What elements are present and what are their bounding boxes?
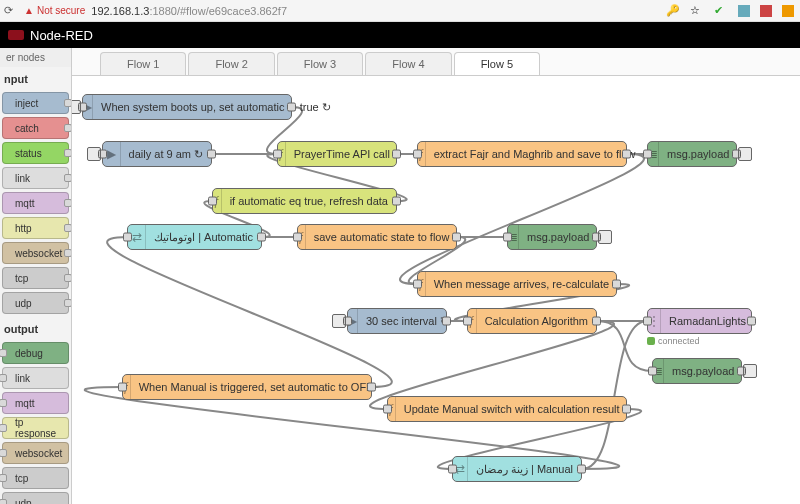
node-label: Calculation Algorithm: [477, 315, 596, 327]
palette-node-inject[interactable]: inject: [2, 92, 69, 114]
port-in[interactable]: [208, 197, 217, 206]
port-out[interactable]: [392, 150, 401, 159]
flow-node-dbg1[interactable]: ≣msg.payload: [647, 141, 737, 167]
node-label: save automatic state to flow: [306, 231, 458, 243]
flow-node-ifauto[interactable]: ƒif automatic eq true, refresh data: [212, 188, 397, 214]
palette-sidebar: er nodes nput injectcatchstatuslinkmqtth…: [0, 48, 72, 504]
flow-node-autosw[interactable]: ⇄اوتوماتيك | Automatic: [127, 224, 262, 250]
palette-node-websocket[interactable]: websocket: [2, 442, 69, 464]
node-label: When system boots up, set automatic to t…: [93, 101, 339, 114]
port-out[interactable]: [747, 317, 756, 326]
port-out[interactable]: [367, 383, 376, 392]
not-secure-label: Not secure: [37, 5, 85, 16]
flow-node-recalc[interactable]: ƒWhen message arrives, re-calculate: [417, 271, 617, 297]
palette-node-link[interactable]: link: [2, 167, 69, 189]
inject-button[interactable]: [332, 314, 346, 328]
port-out[interactable]: [257, 233, 266, 242]
wire[interactable]: [400, 154, 644, 284]
node-label: اوتوماتيك | Automatic: [146, 231, 261, 244]
url-host: 192.168.1.3: [91, 5, 149, 17]
port-in[interactable]: [643, 317, 652, 326]
port-out[interactable]: [577, 465, 586, 474]
flow-node-ramadan[interactable]: ⋮RamadanLights: [647, 308, 752, 334]
port-in[interactable]: [643, 150, 652, 159]
port-in[interactable]: [413, 280, 422, 289]
tab-flow-3[interactable]: Flow 3: [277, 52, 363, 75]
flow-canvas[interactable]: ▶When system boots up, set automatic to …: [72, 76, 800, 504]
port-out[interactable]: [622, 405, 631, 414]
flow-node-savestate[interactable]: ƒsave automatic state to flow: [297, 224, 457, 250]
debug-toggle-button[interactable]: [598, 230, 612, 244]
flow-node-dbg2[interactable]: ≣msg.payload: [507, 224, 597, 250]
port-in[interactable]: [648, 367, 657, 376]
palette-filter[interactable]: er nodes: [0, 48, 71, 67]
tab-flow-1[interactable]: Flow 1: [100, 52, 186, 75]
flow-node-daily[interactable]: ▶daily at 9 am ↻: [102, 141, 212, 167]
port-in[interactable]: [273, 150, 282, 159]
palette-node-status[interactable]: status: [2, 142, 69, 164]
palette-node-catch[interactable]: catch: [2, 117, 69, 139]
reload-icon[interactable]: ⟳: [4, 4, 18, 18]
tab-flow-4[interactable]: Flow 4: [365, 52, 451, 75]
port-in[interactable]: [118, 383, 127, 392]
port-out[interactable]: [612, 280, 621, 289]
debug-toggle-button[interactable]: [743, 364, 757, 378]
port-in[interactable]: [503, 233, 512, 242]
port-in[interactable]: [123, 233, 132, 242]
node-label: RamadanLights: [661, 315, 754, 327]
flow-node-dbg3[interactable]: ≣msg.payload: [652, 358, 742, 384]
palette-node-debug[interactable]: debug: [2, 342, 69, 364]
palette-node-websocket[interactable]: websocket: [2, 242, 69, 264]
palette-node-udp[interactable]: udp: [2, 292, 69, 314]
extension-icon-3[interactable]: [782, 5, 794, 17]
port-in[interactable]: [293, 233, 302, 242]
port-in[interactable]: [413, 150, 422, 159]
not-secure-badge[interactable]: ▲ Not secure: [24, 5, 85, 16]
node-label: msg.payload: [659, 148, 737, 160]
flow-node-manualsw[interactable]: ⇄زينة رمضان | Manual: [452, 456, 582, 482]
key-icon[interactable]: 🔑: [666, 4, 680, 18]
palette-node-link[interactable]: link: [2, 367, 69, 389]
flow-node-extract[interactable]: ƒextract Fajr and Maghrib and save to fl…: [417, 141, 627, 167]
debug-toggle-button[interactable]: [738, 147, 752, 161]
palette-node-udp[interactable]: udp: [2, 492, 69, 504]
node-label: if automatic eq true, refresh data: [222, 195, 396, 207]
inject-button[interactable]: [72, 100, 81, 114]
port-out[interactable]: [392, 197, 401, 206]
port-out[interactable]: [452, 233, 461, 242]
palette-node-tp-response[interactable]: tp response: [2, 417, 69, 439]
tab-flow-2[interactable]: Flow 2: [188, 52, 274, 75]
palette-node-tcp[interactable]: tcp: [2, 467, 69, 489]
star-icon[interactable]: ☆: [690, 4, 704, 18]
inject-button[interactable]: [87, 147, 101, 161]
port-out[interactable]: [622, 150, 631, 159]
port-in[interactable]: [383, 405, 392, 414]
browser-address-bar: ⟳ ▲ Not secure 192.168.1.3:1880/#flow/e6…: [0, 0, 800, 22]
extension-icon-1[interactable]: [738, 5, 750, 17]
palette-node-tcp[interactable]: tcp: [2, 267, 69, 289]
port-in[interactable]: [448, 465, 457, 474]
check-icon[interactable]: ✔: [714, 4, 728, 18]
flow-node-calc[interactable]: ƒCalculation Algorithm: [467, 308, 597, 334]
port-in[interactable]: [463, 317, 472, 326]
wire[interactable]: [597, 321, 652, 371]
flow-node-update[interactable]: ƒUpdate Manual switch with calculation r…: [387, 396, 627, 422]
flow-node-boot[interactable]: ▶When system boots up, set automatic to …: [82, 94, 292, 120]
palette-node-mqtt[interactable]: mqtt: [2, 192, 69, 214]
port-out[interactable]: [592, 317, 601, 326]
port-out[interactable]: [442, 317, 451, 326]
url-path: /#flow/e69cace3.862f7: [177, 5, 287, 17]
wire[interactable]: [582, 321, 647, 469]
extension-icon-2[interactable]: [760, 5, 772, 17]
flow-node-interval[interactable]: ▶30 sec interval ↻: [347, 308, 447, 334]
url-display[interactable]: 192.168.1.3:1880/#flow/e69cace3.862f7: [91, 5, 287, 17]
palette-node-mqtt[interactable]: mqtt: [2, 392, 69, 414]
palette-node-http[interactable]: http: [2, 217, 69, 239]
node-label: daily at 9 am ↻: [121, 148, 211, 161]
tab-flow-5[interactable]: Flow 5: [454, 52, 540, 75]
flow-node-manualoff[interactable]: ƒWhen Manual is triggered, set automatic…: [122, 374, 372, 400]
port-out[interactable]: [287, 103, 296, 112]
palette-section-output: output: [0, 317, 71, 339]
port-out[interactable]: [207, 150, 216, 159]
flow-node-api[interactable]: ƒPrayerTime API call: [277, 141, 397, 167]
